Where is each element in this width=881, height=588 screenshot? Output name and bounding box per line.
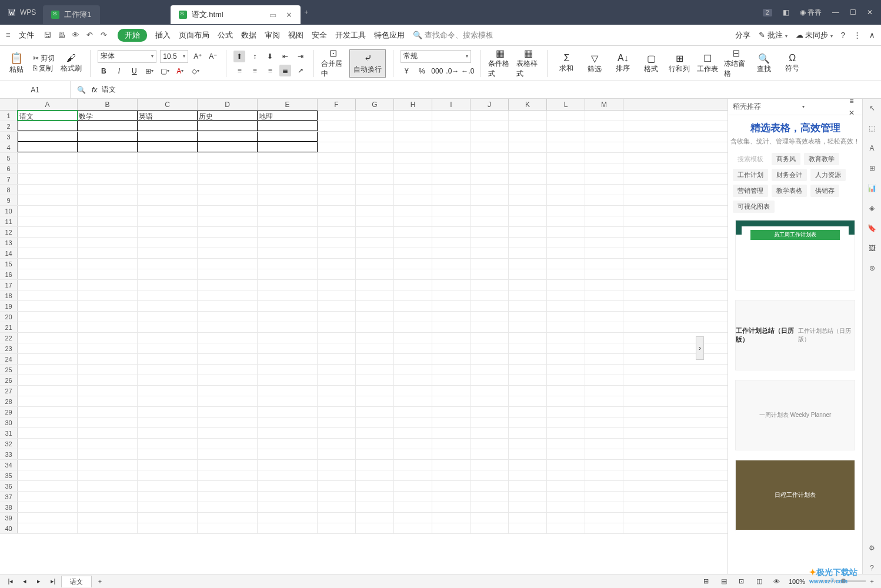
col-header-L[interactable]: L xyxy=(547,99,585,110)
cell-L37[interactable] xyxy=(547,492,585,502)
cell-H10[interactable] xyxy=(394,206,432,216)
cell-F25[interactable] xyxy=(318,365,356,375)
cell-G3[interactable] xyxy=(356,132,394,142)
cell-K22[interactable] xyxy=(509,333,547,343)
cell-E20[interactable] xyxy=(258,312,318,322)
cell-I1[interactable] xyxy=(432,111,470,121)
cell-B36[interactable] xyxy=(78,481,138,491)
cell-M9[interactable] xyxy=(585,195,623,205)
cell-J30[interactable] xyxy=(470,417,509,427)
cell-L27[interactable] xyxy=(547,386,585,396)
cell-F33[interactable] xyxy=(318,449,356,459)
cell-D14[interactable] xyxy=(198,248,258,258)
cell-J6[interactable] xyxy=(470,163,509,173)
cell-K2[interactable] xyxy=(509,121,547,131)
cell-K18[interactable] xyxy=(509,290,547,300)
cell-G22[interactable] xyxy=(356,333,394,343)
menu-icon[interactable]: ≡ xyxy=(6,31,11,39)
cell-H5[interactable] xyxy=(394,153,432,163)
user-avatar[interactable]: ◉ 香香 xyxy=(800,8,822,18)
font-select[interactable]: 宋体▾ xyxy=(98,50,156,63)
cell-I9[interactable] xyxy=(432,195,470,205)
cell-E6[interactable] xyxy=(258,163,318,173)
cut-button[interactable]: ✂ 剪切 xyxy=(33,54,55,64)
cell-I22[interactable] xyxy=(432,333,470,343)
cell-L22[interactable] xyxy=(547,333,585,343)
row-header[interactable]: 17 xyxy=(0,280,18,290)
cell-G37[interactable] xyxy=(356,492,394,502)
cell-B12[interactable] xyxy=(78,227,138,237)
cell-K34[interactable] xyxy=(509,460,547,470)
cell-G33[interactable] xyxy=(356,449,394,459)
cell-C2[interactable] xyxy=(138,121,198,131)
close-window-icon[interactable]: ✕ xyxy=(867,8,873,16)
row-header[interactable]: 30 xyxy=(0,417,18,427)
cell-M35[interactable] xyxy=(585,470,623,480)
cell-K3[interactable] xyxy=(509,132,547,142)
cell-B30[interactable] xyxy=(78,417,138,427)
cell-D17[interactable] xyxy=(198,280,258,290)
cell-D19[interactable] xyxy=(198,301,258,311)
tag-teaching[interactable]: 教学表格 xyxy=(772,185,807,197)
tag-hr[interactable]: 人力资源 xyxy=(810,169,846,181)
comment-button[interactable]: ✎ 批注 ▾ xyxy=(759,30,787,41)
cell-H8[interactable] xyxy=(394,185,432,195)
cell-M19[interactable] xyxy=(585,301,623,311)
cell-I8[interactable] xyxy=(432,185,470,195)
cell-A25[interactable] xyxy=(18,365,78,375)
help-icon[interactable]: ? xyxy=(841,31,845,39)
cell-L32[interactable] xyxy=(547,439,585,449)
row-header[interactable]: 7 xyxy=(0,174,18,184)
cell-B31[interactable] xyxy=(78,428,138,438)
cell-K15[interactable] xyxy=(509,259,547,269)
row-header[interactable]: 3 xyxy=(0,132,18,142)
cell-B1[interactable]: 数学 xyxy=(78,111,138,121)
cell-F26[interactable] xyxy=(318,375,356,385)
cell-K16[interactable] xyxy=(509,269,547,279)
cell-A3[interactable] xyxy=(18,132,78,142)
row-header[interactable]: 24 xyxy=(0,354,18,364)
cell-I40[interactable] xyxy=(432,523,470,533)
cell-C23[interactable] xyxy=(138,343,198,353)
cell-M11[interactable] xyxy=(585,216,623,226)
add-sheet-button[interactable]: + xyxy=(94,576,106,587)
cell-M12[interactable] xyxy=(585,227,623,237)
cell-L17[interactable] xyxy=(547,280,585,290)
cell-C9[interactable] xyxy=(138,195,198,205)
view-normal-icon[interactable]: ⊞ xyxy=(700,576,712,587)
cell-H14[interactable] xyxy=(394,248,432,258)
tag-education[interactable]: 教育教学 xyxy=(804,153,839,165)
tab-data[interactable]: 数据 xyxy=(241,30,256,41)
cell-I27[interactable] xyxy=(432,386,470,396)
cell-B18[interactable] xyxy=(78,290,138,300)
cell-M21[interactable] xyxy=(585,322,623,332)
cell-A26[interactable] xyxy=(18,375,78,385)
cell-M32[interactable] xyxy=(585,439,623,449)
cell-M7[interactable] xyxy=(585,174,623,184)
cell-K19[interactable] xyxy=(509,301,547,311)
row-header[interactable]: 35 xyxy=(0,470,18,480)
bookmark-icon[interactable]: 🔖 xyxy=(866,222,878,234)
cell-K10[interactable] xyxy=(509,206,547,216)
cell-A11[interactable] xyxy=(18,216,78,226)
tag-workplan[interactable]: 工作计划 xyxy=(733,169,768,181)
cell-I24[interactable] xyxy=(432,354,470,364)
cell-I12[interactable] xyxy=(432,227,470,237)
merge-center-button[interactable]: ⊡ 合并居中 xyxy=(321,52,345,75)
cell-C32[interactable] xyxy=(138,439,198,449)
cell-D1[interactable]: 历史 xyxy=(198,111,258,121)
cell-I32[interactable] xyxy=(432,439,470,449)
cell-I31[interactable] xyxy=(432,428,470,438)
cell-J40[interactable] xyxy=(470,523,509,533)
cell-A12[interactable] xyxy=(18,227,78,237)
cell-L24[interactable] xyxy=(547,354,585,364)
cell-L23[interactable] xyxy=(547,343,585,353)
cell-G26[interactable] xyxy=(356,375,394,385)
cell-M39[interactable] xyxy=(585,513,623,523)
cell-F28[interactable] xyxy=(318,396,356,406)
cell-G13[interactable] xyxy=(356,238,394,248)
cell-H39[interactable] xyxy=(394,513,432,523)
cell-F18[interactable] xyxy=(318,290,356,300)
format-painter-button[interactable]: 🖌 格式刷 xyxy=(59,52,83,75)
cell-A18[interactable] xyxy=(18,290,78,300)
